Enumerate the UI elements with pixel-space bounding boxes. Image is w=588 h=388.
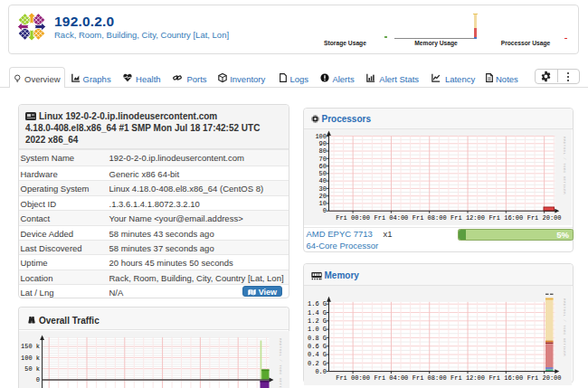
svg-text:0.8 G: 0.8 G [308,335,327,342]
svg-text:Fri 08:00: Fri 08:00 [413,214,447,222]
svg-text:Fri 04:00: Fri 04:00 [374,214,408,222]
svg-text:70: 70 [319,156,327,163]
svg-text:0.2 G: 0.2 G [308,360,327,367]
svg-text:1.0 G: 1.0 G [308,326,327,333]
svg-text:0.4 G: 0.4 G [308,351,327,358]
svg-text:90: 90 [319,140,327,147]
svg-text:30: 30 [319,185,327,193]
svg-text:RRDTOOL / TOBI OETIKER: RRDTOOL / TOBI OETIKER [563,298,566,356]
svg-text:10: 10 [319,200,327,207]
svg-text:80: 80 [319,147,327,155]
svg-text:40: 40 [319,177,327,185]
svg-text:1.2 G: 1.2 G [308,317,327,325]
svg-text:Fri 12:00: Fri 12:00 [450,214,485,222]
svg-text:0.6 G: 0.6 G [308,343,327,350]
svg-text:0.0: 0.0 [315,368,327,375]
svg-text:Fri 12:00: Fri 12:00 [450,374,485,382]
svg-text:100 k: 100 k [21,355,40,362]
svg-text:50 k: 50 k [24,365,40,373]
svg-text:0: 0 [323,207,327,214]
svg-text:Fri 04:00: Fri 04:00 [374,374,408,382]
svg-text:100: 100 [315,133,327,140]
svg-text:60: 60 [319,163,327,170]
svg-text:150 k: 150 k [21,343,40,350]
svg-text:Fri 20:00: Fri 20:00 [527,214,562,222]
svg-text:20: 20 [319,193,327,200]
svg-text:RRDTOOL / TOBI OETIKER: RRDTOOL / TOBI OETIKER [563,137,566,194]
svg-text:Fri 00:00: Fri 00:00 [336,374,370,382]
svg-text:1.6 G: 1.6 G [308,300,327,308]
svg-text:Fri 08:00: Fri 08:00 [413,374,447,382]
svg-text:50: 50 [319,170,327,177]
svg-text:0: 0 [36,376,40,383]
svg-text:Fri 20:00: Fri 20:00 [527,374,562,382]
svg-text:Fri 16:00: Fri 16:00 [488,214,523,222]
svg-text:Fri 00:00: Fri 00:00 [336,214,370,222]
svg-text:RRDTOOL / TOBI OETIKER: RRDTOOL / TOBI OETIKER [279,338,282,388]
svg-text:1.4 G: 1.4 G [308,309,327,317]
svg-text:Fri 16:00: Fri 16:00 [488,374,523,382]
